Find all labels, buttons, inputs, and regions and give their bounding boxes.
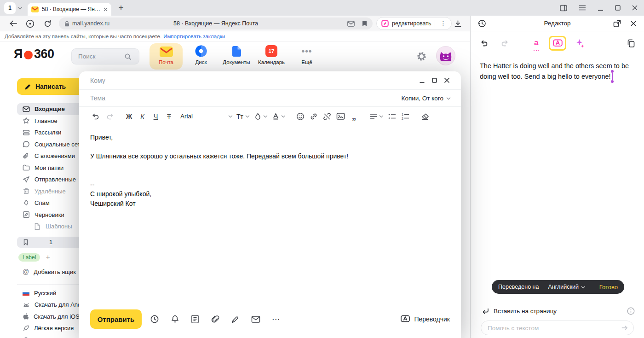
folder-spam[interactable]: Спам <box>17 197 86 209</box>
font-family-select[interactable]: Arial <box>180 113 232 120</box>
vacancies-link[interactable]: Вакансии <box>17 334 86 338</box>
to-field[interactable]: Кому <box>79 71 461 90</box>
avatar[interactable] <box>436 46 455 65</box>
folder-drafts[interactable]: Черновики <box>17 209 86 221</box>
download-android-link[interactable]: Скачать для Android <box>17 299 86 311</box>
close-compose-icon[interactable] <box>444 77 450 83</box>
eraser-icon[interactable] <box>419 110 432 123</box>
folder-sent[interactable]: Отправленные <box>17 174 86 186</box>
signature-pen-icon[interactable] <box>231 315 240 324</box>
message-body-editor[interactable]: Привет, У Шляпника все хорошо у остальны… <box>79 126 461 208</box>
unlink-icon[interactable] <box>321 110 334 123</box>
folder-inbox[interactable]: Входящие <box>17 103 86 115</box>
align-select[interactable] <box>370 113 383 120</box>
folder-social[interactable]: Социальные сети <box>17 139 86 151</box>
back-icon[interactable] <box>6 16 20 31</box>
notes-icon[interactable] <box>191 315 199 324</box>
folder-deleted[interactable]: Удалённые <box>17 186 86 198</box>
open-in-new-icon[interactable] <box>613 16 621 31</box>
service-mail[interactable]: Почта <box>150 43 183 70</box>
undo-icon[interactable] <box>89 110 103 123</box>
tab-counter-button[interactable]: 1 <box>4 2 16 14</box>
highlight-color-select[interactable] <box>254 113 267 120</box>
service-calendar[interactable]: 17 Календарь <box>255 43 288 70</box>
service-disk[interactable]: Диск <box>184 43 218 70</box>
font-size-select[interactable]: Тт <box>236 113 249 120</box>
new-tab-button[interactable]: + <box>115 2 127 14</box>
folder-templates[interactable]: Шаблоны <box>17 221 86 233</box>
translated-text[interactable]: The Hatter is doing well and the others … <box>480 61 638 82</box>
strikethrough-button[interactable]: Т <box>162 110 176 123</box>
bookmark-icon[interactable] <box>362 20 367 27</box>
download-icon[interactable] <box>451 16 465 31</box>
close-panel-icon[interactable] <box>630 16 637 31</box>
numbered-list-icon[interactable]: 12 <box>399 110 412 123</box>
translate-highlight-box[interactable] <box>549 36 566 51</box>
mail-collect-icon[interactable] <box>347 21 355 27</box>
light-version-link[interactable]: Лёгкая версия <box>17 322 86 334</box>
extension-kebab-icon[interactable]: ⋮ <box>438 20 448 27</box>
redo-icon[interactable] <box>103 110 116 123</box>
active-tab[interactable]: 58 · Входящие — Янд... <box>28 3 111 16</box>
subject-field[interactable]: Тема Копии, От кого <box>79 90 461 107</box>
ai-prompt-inputbox[interactable] <box>481 321 634 335</box>
bold-button[interactable]: Ж <box>122 110 136 123</box>
sparkles-icon[interactable] <box>573 36 586 51</box>
side-panel-icon[interactable] <box>560 5 567 12</box>
close-window-icon[interactable] <box>632 5 638 11</box>
image-icon[interactable] <box>334 110 347 123</box>
yandex-circle-icon[interactable] <box>23 16 37 31</box>
folder-my-folders[interactable]: Мои папки <box>17 162 86 174</box>
cc-from-button[interactable]: Копии, От кого <box>402 95 450 102</box>
attachment-icon[interactable] <box>211 315 219 324</box>
search-input[interactable] <box>78 53 124 60</box>
address-bar[interactable]: mail.yandex.ru 58 · Входящие — Яндекс По… <box>59 17 373 29</box>
compose-button[interactable]: Написать <box>17 78 86 95</box>
copy-icon[interactable] <box>624 36 638 51</box>
panel-undo-icon[interactable] <box>478 36 492 51</box>
language-select[interactable]: Английский <box>548 284 584 290</box>
browser-menu-icon[interactable] <box>579 5 586 11</box>
collapse-compose-icon[interactable] <box>419 77 425 83</box>
ai-prompt-input[interactable] <box>488 325 621 332</box>
language-button[interactable]: Русский <box>17 287 86 299</box>
folder-attachments[interactable]: С вложениями <box>17 150 86 162</box>
add-mailbox-button[interactable]: @ Добавить ящик <box>17 266 86 278</box>
insert-to-page-button[interactable]: Вставить на страницу <box>482 306 635 316</box>
gear-icon[interactable] <box>416 51 427 62</box>
spellcheck-icon[interactable]: a <box>534 36 539 51</box>
maximize-window-icon[interactable] <box>615 5 621 11</box>
label-tag[interactable]: Label <box>18 253 40 262</box>
panel-redo-icon[interactable] <box>497 36 511 51</box>
text-color-select[interactable] <box>272 113 285 120</box>
add-label-icon[interactable]: + <box>46 253 50 262</box>
tab-close-icon[interactable] <box>104 7 108 12</box>
folder-newsletters[interactable]: Рассылки <box>17 127 86 139</box>
send-arrow-icon[interactable] <box>621 324 629 332</box>
service-docs[interactable]: Документы <box>220 43 253 70</box>
bullet-list-icon[interactable] <box>385 110 399 123</box>
send-button[interactable]: Отправить <box>90 309 142 329</box>
minimize-window-icon[interactable] <box>598 5 604 11</box>
translator-button[interactable]: Переводчик <box>401 315 450 323</box>
search-icon[interactable] <box>124 53 132 60</box>
envelope-icon[interactable] <box>251 315 260 323</box>
emoji-icon[interactable] <box>294 110 307 123</box>
reload-icon[interactable] <box>40 16 54 31</box>
import-bookmarks-link[interactable]: Импортировать закладки <box>163 34 225 39</box>
history-icon[interactable] <box>478 16 486 31</box>
expand-compose-icon[interactable] <box>432 78 437 83</box>
quote-icon[interactable]: „ <box>347 110 361 123</box>
folder-main[interactable]: Главное <box>17 115 86 127</box>
editor-extension-button[interactable]: редактировать ⋮ <box>376 17 452 30</box>
tab-list-chevron-icon[interactable] <box>16 2 25 14</box>
link-icon[interactable] <box>307 110 321 123</box>
italic-button[interactable]: К <box>136 110 149 123</box>
service-more[interactable]: ••• Ещё <box>290 43 323 70</box>
schedule-clock-icon[interactable] <box>150 315 159 324</box>
bookmark-filter-row[interactable]: 1 <box>17 237 86 248</box>
more-options-icon[interactable]: ⋯ <box>272 315 280 324</box>
info-icon[interactable] <box>627 307 635 315</box>
underline-button[interactable]: Ч <box>149 110 162 123</box>
done-button[interactable]: Готово <box>599 284 618 291</box>
